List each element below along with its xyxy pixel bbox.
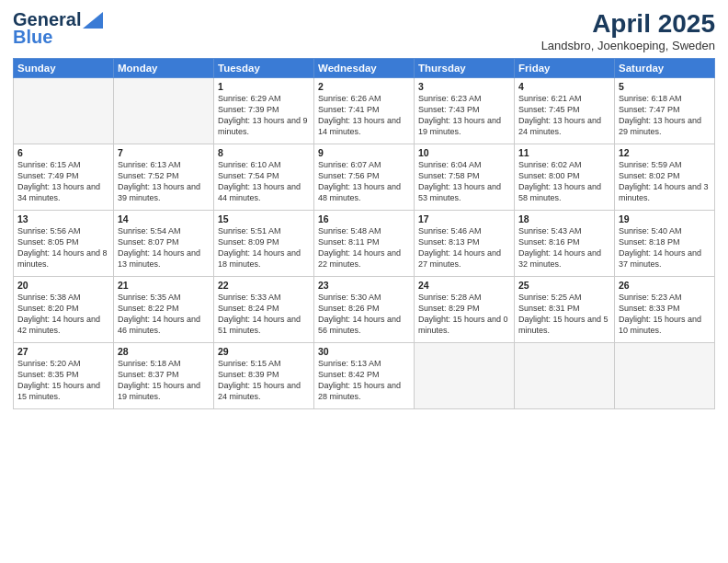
day-number: 24 xyxy=(418,280,510,291)
calendar-table: SundayMondayTuesdayWednesdayThursdayFrid… xyxy=(13,58,715,409)
day-number: 12 xyxy=(619,147,711,158)
calendar-title: April 2025 xyxy=(541,9,715,39)
day-info: Sunrise: 5:13 AM Sunset: 8:42 PM Dayligh… xyxy=(318,358,410,403)
day-info: Sunrise: 5:38 AM Sunset: 8:20 PM Dayligh… xyxy=(17,292,109,337)
day-info: Sunrise: 6:21 AM Sunset: 7:45 PM Dayligh… xyxy=(518,93,610,138)
day-info: Sunrise: 5:23 AM Sunset: 8:33 PM Dayligh… xyxy=(619,292,711,337)
day-number: 23 xyxy=(318,280,410,291)
logo: General Blue xyxy=(13,9,103,48)
day-info: Sunrise: 5:43 AM Sunset: 8:16 PM Dayligh… xyxy=(518,225,610,270)
day-number: 21 xyxy=(118,280,210,291)
weekday-header-friday: Friday xyxy=(515,59,615,78)
day-info: Sunrise: 5:46 AM Sunset: 8:13 PM Dayligh… xyxy=(418,225,510,270)
day-info: Sunrise: 6:15 AM Sunset: 7:49 PM Dayligh… xyxy=(17,159,109,204)
day-number: 15 xyxy=(218,213,310,224)
calendar-cell: 21Sunrise: 5:35 AM Sunset: 8:22 PM Dayli… xyxy=(114,277,214,343)
week-row-3: 13Sunrise: 5:56 AM Sunset: 8:05 PM Dayli… xyxy=(14,211,715,277)
day-info: Sunrise: 6:18 AM Sunset: 7:47 PM Dayligh… xyxy=(619,93,711,138)
day-number: 6 xyxy=(17,147,109,158)
calendar-cell xyxy=(615,343,715,409)
calendar-cell: 8Sunrise: 6:10 AM Sunset: 7:54 PM Daylig… xyxy=(214,144,314,211)
logo-blue-text: Blue xyxy=(13,27,52,48)
calendar-cell: 10Sunrise: 6:04 AM Sunset: 7:58 PM Dayli… xyxy=(415,144,515,211)
calendar-cell: 7Sunrise: 6:13 AM Sunset: 7:52 PM Daylig… xyxy=(114,144,214,211)
calendar-cell: 24Sunrise: 5:28 AM Sunset: 8:29 PM Dayli… xyxy=(415,277,515,343)
day-info: Sunrise: 5:48 AM Sunset: 8:11 PM Dayligh… xyxy=(318,225,410,270)
day-info: Sunrise: 6:10 AM Sunset: 7:54 PM Dayligh… xyxy=(218,159,310,204)
calendar-subtitle: Landsbro, Joenkoeping, Sweden xyxy=(541,39,715,52)
day-number: 3 xyxy=(418,81,510,92)
day-info: Sunrise: 5:56 AM Sunset: 8:05 PM Dayligh… xyxy=(17,225,109,270)
day-number: 5 xyxy=(619,81,711,92)
calendar-cell xyxy=(114,78,214,144)
day-info: Sunrise: 5:28 AM Sunset: 8:29 PM Dayligh… xyxy=(418,292,510,337)
calendar-cell: 26Sunrise: 5:23 AM Sunset: 8:33 PM Dayli… xyxy=(615,277,715,343)
calendar-cell: 9Sunrise: 6:07 AM Sunset: 7:56 PM Daylig… xyxy=(314,144,415,211)
week-row-2: 6Sunrise: 6:15 AM Sunset: 7:49 PM Daylig… xyxy=(14,144,715,211)
calendar-cell: 17Sunrise: 5:46 AM Sunset: 8:13 PM Dayli… xyxy=(415,211,515,277)
day-number: 22 xyxy=(218,280,310,291)
day-number: 26 xyxy=(619,280,711,291)
day-number: 27 xyxy=(17,346,109,357)
calendar-cell: 25Sunrise: 5:25 AM Sunset: 8:31 PM Dayli… xyxy=(515,277,615,343)
day-info: Sunrise: 5:25 AM Sunset: 8:31 PM Dayligh… xyxy=(518,292,610,337)
calendar-cell: 1Sunrise: 6:29 AM Sunset: 7:39 PM Daylig… xyxy=(214,78,314,144)
calendar-cell: 30Sunrise: 5:13 AM Sunset: 8:42 PM Dayli… xyxy=(314,343,415,409)
week-row-1: 1Sunrise: 6:29 AM Sunset: 7:39 PM Daylig… xyxy=(14,78,715,144)
calendar-cell: 13Sunrise: 5:56 AM Sunset: 8:05 PM Dayli… xyxy=(14,211,114,277)
day-number: 10 xyxy=(418,147,510,158)
day-info: Sunrise: 6:02 AM Sunset: 8:00 PM Dayligh… xyxy=(518,159,610,204)
calendar-cell: 22Sunrise: 5:33 AM Sunset: 8:24 PM Dayli… xyxy=(214,277,314,343)
header: General Blue April 2025 Landsbro, Joenko… xyxy=(13,9,715,52)
day-number: 18 xyxy=(518,213,610,224)
day-info: Sunrise: 5:18 AM Sunset: 8:37 PM Dayligh… xyxy=(118,358,210,403)
week-row-4: 20Sunrise: 5:38 AM Sunset: 8:20 PM Dayli… xyxy=(14,277,715,343)
day-info: Sunrise: 5:15 AM Sunset: 8:39 PM Dayligh… xyxy=(218,358,310,403)
day-number: 16 xyxy=(318,213,410,224)
day-info: Sunrise: 5:33 AM Sunset: 8:24 PM Dayligh… xyxy=(218,292,310,337)
day-number: 8 xyxy=(218,147,310,158)
weekday-header-thursday: Thursday xyxy=(415,59,515,78)
title-block: April 2025 Landsbro, Joenkoeping, Sweden xyxy=(541,9,715,52)
calendar-cell: 28Sunrise: 5:18 AM Sunset: 8:37 PM Dayli… xyxy=(114,343,214,409)
day-number: 2 xyxy=(318,81,410,92)
day-number: 14 xyxy=(118,213,210,224)
logo-icon xyxy=(83,12,103,29)
day-info: Sunrise: 5:40 AM Sunset: 8:18 PM Dayligh… xyxy=(619,225,711,270)
day-info: Sunrise: 6:04 AM Sunset: 7:58 PM Dayligh… xyxy=(418,159,510,204)
day-number: 11 xyxy=(518,147,610,158)
calendar-cell: 3Sunrise: 6:23 AM Sunset: 7:43 PM Daylig… xyxy=(415,78,515,144)
calendar-cell: 5Sunrise: 6:18 AM Sunset: 7:47 PM Daylig… xyxy=(615,78,715,144)
calendar-cell: 11Sunrise: 6:02 AM Sunset: 8:00 PM Dayli… xyxy=(515,144,615,211)
svg-marker-0 xyxy=(83,12,103,29)
calendar-cell: 23Sunrise: 5:30 AM Sunset: 8:26 PM Dayli… xyxy=(314,277,415,343)
day-number: 30 xyxy=(318,346,410,357)
calendar-cell: 4Sunrise: 6:21 AM Sunset: 7:45 PM Daylig… xyxy=(515,78,615,144)
day-info: Sunrise: 5:51 AM Sunset: 8:09 PM Dayligh… xyxy=(218,225,310,270)
calendar-cell: 20Sunrise: 5:38 AM Sunset: 8:20 PM Dayli… xyxy=(14,277,114,343)
page: General Blue April 2025 Landsbro, Joenko… xyxy=(0,0,728,563)
calendar-cell: 15Sunrise: 5:51 AM Sunset: 8:09 PM Dayli… xyxy=(214,211,314,277)
day-number: 29 xyxy=(218,346,310,357)
weekday-header-sunday: Sunday xyxy=(14,59,114,78)
day-info: Sunrise: 5:54 AM Sunset: 8:07 PM Dayligh… xyxy=(118,225,210,270)
calendar-cell: 29Sunrise: 5:15 AM Sunset: 8:39 PM Dayli… xyxy=(214,343,314,409)
weekday-header-tuesday: Tuesday xyxy=(214,59,314,78)
day-info: Sunrise: 6:26 AM Sunset: 7:41 PM Dayligh… xyxy=(318,93,410,138)
weekday-header-saturday: Saturday xyxy=(615,59,715,78)
day-number: 20 xyxy=(17,280,109,291)
day-info: Sunrise: 5:59 AM Sunset: 8:02 PM Dayligh… xyxy=(619,159,711,204)
day-number: 9 xyxy=(318,147,410,158)
calendar-cell: 18Sunrise: 5:43 AM Sunset: 8:16 PM Dayli… xyxy=(515,211,615,277)
calendar-cell: 19Sunrise: 5:40 AM Sunset: 8:18 PM Dayli… xyxy=(615,211,715,277)
day-number: 7 xyxy=(118,147,210,158)
day-number: 1 xyxy=(218,81,310,92)
day-number: 17 xyxy=(418,213,510,224)
day-number: 25 xyxy=(518,280,610,291)
day-number: 19 xyxy=(619,213,711,224)
calendar-cell: 27Sunrise: 5:20 AM Sunset: 8:35 PM Dayli… xyxy=(14,343,114,409)
day-number: 28 xyxy=(118,346,210,357)
day-info: Sunrise: 6:23 AM Sunset: 7:43 PM Dayligh… xyxy=(418,93,510,138)
day-info: Sunrise: 6:29 AM Sunset: 7:39 PM Dayligh… xyxy=(218,93,310,138)
day-number: 13 xyxy=(17,213,109,224)
